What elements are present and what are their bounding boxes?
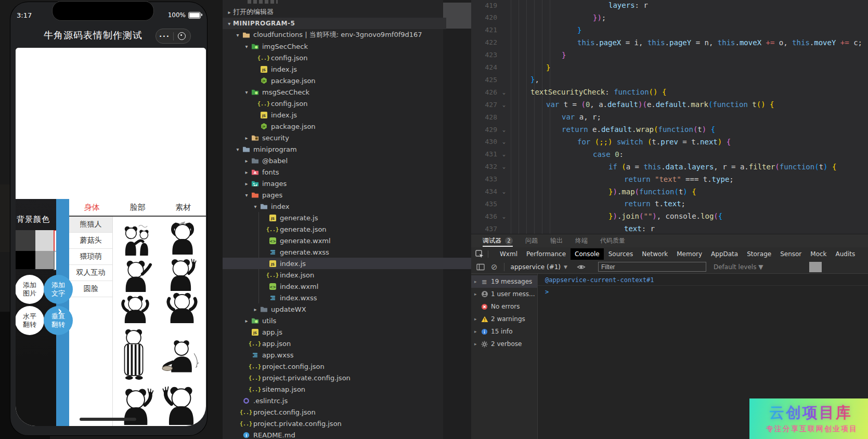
panda-sticker-pajama[interactable] <box>115 325 153 383</box>
chevron-down-icon[interactable]: ▾ <box>243 192 250 198</box>
editing-canvas[interactable] <box>16 48 206 199</box>
clear-console-icon[interactable]: ⊘ <box>491 262 498 272</box>
tree-row-index[interactable]: ▾index <box>223 201 471 212</box>
code-line-423[interactable]: 423} <box>471 49 868 61</box>
fold-icon[interactable]: ⌄ <box>497 151 511 157</box>
tree-row-generate.json[interactable]: {..}generate.json <box>223 223 471 235</box>
home-button[interactable] <box>174 32 191 40</box>
panda-sticker-armsup[interactable] <box>160 291 204 323</box>
devtools-tab-Memory[interactable]: Memory <box>672 248 706 260</box>
explorer-scrollbar-thumb[interactable] <box>443 3 471 29</box>
tree-row-generate.wxml[interactable]: <>generate.wxml <box>223 235 471 246</box>
tree-row-package.json[interactable]: jspackage.json <box>223 75 471 86</box>
fold-icon[interactable]: ⌄ <box>497 139 511 144</box>
category-item[interactable]: 蘑菇头 <box>69 233 112 249</box>
color-swatch[interactable] <box>16 251 35 269</box>
panel-tab-输出[interactable]: 输出 <box>550 234 563 247</box>
code-line-419[interactable]: 419layers: r <box>471 0 868 11</box>
tree-row-package.json[interactable]: jspackage.json <box>223 121 471 132</box>
chevron-down-icon[interactable]: ▾ <box>234 32 241 38</box>
panel-tab-终端[interactable]: 终端 <box>575 234 588 247</box>
tree-row-index.js[interactable]: JSindex.js <box>223 109 471 121</box>
tree-row-pages[interactable]: ▾pages <box>223 189 463 201</box>
tree-row-cloudfunctions | 当前环境: env-3gnovo9mf0f9d167[interactable]: ▾cloudfunctions | 当前环境: env-3gnovo9mf0f9… <box>223 29 455 41</box>
code-line-433[interactable]: 433return "text" === t.type; <box>471 173 868 185</box>
devtools-tab-Console[interactable]: Console <box>571 248 604 260</box>
tree-row-updateWX[interactable]: ▸updateWX <box>223 303 471 315</box>
tree-row-app.js[interactable]: JSapp.js <box>223 326 463 338</box>
tree-row-README.md[interactable]: iREADME.md <box>223 429 455 439</box>
devtools-tab-Sensor[interactable]: Sensor <box>776 248 806 260</box>
tree-row-.eslintrc.js[interactable]: .eslintrc.js <box>223 395 455 406</box>
console-filter-2-warnings[interactable]: ▸2 warnings <box>471 313 537 325</box>
add-image-button[interactable]: 添加图片 <box>16 275 44 304</box>
chevron-down-icon[interactable]: ▾ <box>252 204 259 209</box>
panda-sticker-hug[interactable] <box>117 222 155 256</box>
chevron-right-icon[interactable]: ▸ <box>243 135 250 141</box>
devtools-tab-Wxml[interactable]: Wxml <box>496 248 522 260</box>
fold-icon[interactable]: ⌄ <box>497 214 511 219</box>
explorer-section-MINIPROGRAM-5[interactable]: ▾MINIPROGRAM-5 <box>223 18 446 29</box>
tree-row-sitemap.json[interactable]: {..}sitemap.json <box>223 383 463 395</box>
code-line-421[interactable]: 421} <box>471 24 868 36</box>
code-line-432[interactable]: 432⌄if (a = this.data.layers, r = a.filt… <box>471 161 868 173</box>
fold-icon[interactable]: ⌄ <box>497 127 511 132</box>
panda-sticker-slingshot[interactable] <box>162 221 203 255</box>
tree-row-fonts[interactable]: ▸Afonts <box>223 166 463 178</box>
sidebar-toggle-icon[interactable] <box>476 263 485 271</box>
tree-row-project.private.config.json[interactable]: {..}project.private.config.json <box>223 372 463 383</box>
code-line-422[interactable]: 422this.pageX = i, this.pageY = n, this.… <box>471 36 868 49</box>
category-item[interactable]: 熊猫人 <box>69 217 112 233</box>
fold-icon[interactable]: ⌄ <box>497 89 511 95</box>
devtools-tab-Mock[interactable]: Mock <box>806 248 831 260</box>
code-line-427[interactable]: 427⌄var t = (0, a.default)(e.default.mar… <box>471 98 868 111</box>
tree-row-generate.js[interactable]: JSgenerate.js <box>223 212 471 223</box>
chevron-right-icon[interactable]: ▸ <box>243 169 250 175</box>
tree-row-@babel[interactable]: ▸@babel <box>223 155 463 166</box>
tree-row-project.config.json[interactable]: {..}project.config.json <box>223 406 455 418</box>
devtools-tab-AppData[interactable]: AppData <box>707 248 742 260</box>
category-item[interactable]: 猥琐萌 <box>69 249 112 265</box>
tree-row-msgSecCheck[interactable]: ▾msgSecCheck <box>223 86 463 98</box>
chevron-right-icon[interactable]: ▸ <box>226 9 233 15</box>
console-filter-2-verbose[interactable]: ▸2 verbose <box>471 338 537 350</box>
color-swatch[interactable] <box>35 251 54 269</box>
tree-row-project.private.config.json[interactable]: {..}project.private.config.json <box>223 418 455 429</box>
chevron-right-icon[interactable]: › <box>58 304 62 319</box>
panel-tab-调试器[interactable]: 调试器2 <box>483 234 513 247</box>
inspect-element-icon[interactable] <box>475 250 484 258</box>
tree-row-project.config.json[interactable]: {..}project.config.json <box>223 361 463 372</box>
tree-row-index.wxss[interactable]: index.wxss <box>223 292 471 303</box>
fold-icon[interactable]: ⌄ <box>497 102 511 108</box>
chevron-right-icon[interactable]: ▸ <box>243 158 250 164</box>
chevron-down-icon[interactable]: ▾ <box>243 44 250 49</box>
category-item[interactable]: 圆脸 <box>69 281 112 297</box>
code-line-424[interactable]: 424} <box>471 61 868 74</box>
tree-row-config.json[interactable]: {..}config.json <box>223 98 471 109</box>
tree-row-config.json[interactable]: {..}config.json <box>223 52 471 63</box>
code-line-428[interactable]: 428var a, r; <box>471 111 868 123</box>
tree-row-images[interactable]: ▸images <box>223 178 463 189</box>
console-filter-15-info[interactable]: ▸15 info <box>471 325 537 338</box>
chevron-down-icon[interactable]: ▾ <box>234 147 241 152</box>
chevron-down-icon[interactable]: ▾ <box>226 21 233 26</box>
code-editor[interactable]: 419layers: r420});421}422this.pageX = i,… <box>471 0 868 234</box>
tree-row-app.wxss[interactable]: app.wxss <box>223 349 463 361</box>
chevron-right-icon[interactable]: ▸ <box>252 307 259 312</box>
tree-row-miniprogram[interactable]: ▾miniprogram <box>223 143 455 155</box>
tree-row-security[interactable]: ▸security <box>223 132 463 143</box>
code-line-436[interactable]: 436⌄}).join(""), console.log({ <box>471 210 868 222</box>
console-filter-no-errors[interactable]: No errors <box>471 300 537 313</box>
fold-icon[interactable]: ⌄ <box>497 164 511 169</box>
code-line-425[interactable]: 425}, <box>471 73 868 86</box>
console-context-line[interactable]: @appservice-current-context#1 <box>538 274 868 286</box>
flip-h-button[interactable]: 水平翻转 <box>16 306 44 335</box>
code-line-420[interactable]: 420}); <box>471 11 868 24</box>
chevron-right-icon[interactable]: ▸ <box>243 318 250 324</box>
code-line-434[interactable]: 434⌄}).map(function(t) { <box>471 185 868 198</box>
category-item[interactable]: 双人互动 <box>69 265 112 281</box>
more-button[interactable]: ••• <box>156 34 173 39</box>
devtools-tab-Network[interactable]: Network <box>638 248 672 260</box>
tree-row-generate.wxss[interactable]: generate.wxss <box>223 246 471 258</box>
tree-row-index.js[interactable]: JSindex.js <box>223 63 471 75</box>
